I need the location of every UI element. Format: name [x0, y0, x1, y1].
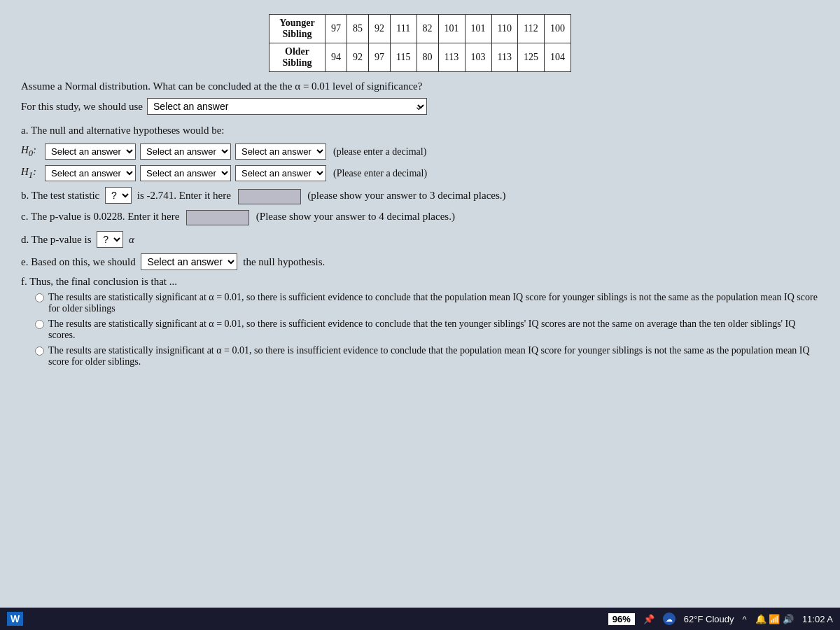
older-val-10: 104 — [544, 43, 570, 72]
older-val-3: 97 — [369, 43, 391, 72]
section-d-text-before: d. The p-value is — [21, 234, 92, 245]
h1-select-2[interactable]: Select an answer — [140, 165, 231, 181]
zoom-badge[interactable]: 96% — [608, 613, 635, 625]
radio-option-2[interactable]: The results are statistically significan… — [35, 318, 819, 341]
pvalue-comparison-select[interactable]: ? — [97, 231, 123, 248]
section-c-text-before: c. The p-value is 0.0228. Enter it here — [21, 211, 179, 222]
word-icon[interactable]: W — [7, 612, 23, 626]
younger-val-7: 101 — [465, 15, 491, 43]
taskbar: W 96% 📌 ☁ 62°F Cloudy ^ 🔔 📶 🔊 11:02 A — [0, 608, 840, 630]
section-e-text-after: the null hypothesis. — [243, 256, 325, 267]
pvalue-input[interactable] — [186, 210, 249, 225]
section-b-text-after: (please show your answer to 3 decimal pl… — [307, 190, 505, 201]
taskbar-left: W — [7, 612, 27, 626]
data-table: Younger Sibling 97 85 92 111 82 101 101 … — [269, 14, 571, 72]
time-display: 11:02 A — [802, 614, 833, 624]
h0-label: H0: — [21, 144, 41, 159]
weather-icon: ☁ — [663, 612, 676, 625]
pin-icon: 📌 — [643, 614, 654, 624]
section-e: e. Based on this, we should Select an an… — [21, 253, 819, 270]
younger-val-5: 82 — [416, 15, 438, 43]
radio-1-label: The results are statistically significan… — [48, 292, 819, 314]
section-d: d. The p-value is ? α — [21, 231, 819, 248]
radio-option-1[interactable]: The results are statistically significan… — [35, 292, 819, 314]
h0-subscript: 0 — [29, 148, 33, 158]
section-a-label: a. The null and alternative hypotheses w… — [21, 125, 819, 136]
older-sibling-label: Older Sibling — [270, 43, 326, 72]
section-e-text-before: e. Based on this, we should — [21, 256, 136, 267]
main-content: Younger Sibling 97 85 92 111 82 101 101 … — [0, 0, 840, 630]
younger-val-9: 112 — [517, 15, 544, 43]
assume-text: Assume a Normal distribution. What can b… — [21, 80, 819, 92]
weather-text: 62°F Cloudy — [684, 614, 734, 624]
radio-2[interactable] — [35, 320, 44, 329]
h1-select-3[interactable]: Select an answer — [235, 165, 326, 181]
null-hypothesis-action-select[interactable]: Select an answer — [141, 253, 237, 270]
study-line-prefix: For this study, we should use — [21, 101, 143, 113]
younger-val-4: 111 — [391, 15, 416, 43]
taskbar-right: 96% 📌 ☁ 62°F Cloudy ^ 🔔 📶 🔊 11:02 A — [608, 612, 833, 625]
notification-icons: 🔔 📶 🔊 — [755, 614, 794, 624]
section-b: b. The test statistic ? is -2.741. Enter… — [21, 187, 819, 204]
h1-decimal-note: (Please enter a decimal) — [333, 168, 427, 179]
study-select[interactable]: Select an answer — [147, 98, 427, 115]
younger-val-1: 97 — [326, 15, 347, 43]
younger-val-3: 92 — [369, 15, 391, 43]
younger-val-10: 100 — [544, 15, 570, 43]
section-b-text-before: b. The test statistic — [21, 190, 99, 201]
younger-val-6: 101 — [438, 15, 465, 43]
alpha-symbol: α — [129, 234, 134, 245]
older-val-9: 125 — [517, 43, 544, 72]
older-val-1: 94 — [326, 43, 347, 72]
radio-1[interactable] — [35, 293, 44, 302]
younger-sibling-label: Younger Sibling — [270, 15, 326, 43]
chevron-up-icon[interactable]: ^ — [743, 614, 747, 624]
section-f-label: f. Thus, the final conclusion is that ..… — [21, 276, 819, 288]
section-c: c. The p-value is 0.0228. Enter it here … — [21, 210, 819, 225]
section-c-text-after: (Please show your answer to 4 decimal pl… — [256, 211, 455, 222]
radio-3-label: The results are statistically insignific… — [48, 345, 819, 368]
older-val-2: 92 — [347, 43, 369, 72]
test-statistic-select[interactable]: ? — [105, 187, 132, 204]
older-val-4: 115 — [391, 43, 416, 72]
older-val-8: 113 — [491, 43, 517, 72]
older-val-5: 80 — [416, 43, 438, 72]
radio-3[interactable] — [35, 346, 44, 356]
h0-select-3[interactable]: Select an answer — [235, 144, 326, 160]
h0-select-1[interactable]: Select an answer — [45, 144, 136, 160]
h1-select-1[interactable]: Select an answer — [45, 165, 136, 181]
radio-option-3[interactable]: The results are statistically insignific… — [35, 345, 819, 368]
older-val-6: 113 — [438, 43, 465, 72]
older-val-7: 103 — [465, 43, 491, 72]
test-statistic-input[interactable] — [238, 189, 301, 204]
h1-subscript: 1 — [29, 170, 33, 180]
h0-select-2[interactable]: Select an answer — [140, 144, 231, 160]
section-b-text-middle: is -2.741. Enter it here — [137, 190, 231, 201]
study-line: For this study, we should use Select an … — [21, 98, 819, 115]
h0-decimal-note: (please enter a decimal) — [333, 146, 426, 158]
younger-val-8: 110 — [491, 15, 517, 43]
younger-val-2: 85 — [347, 15, 369, 43]
h1-row: H1: Select an answer Select an answer Se… — [21, 165, 819, 181]
h1-label: H1: — [21, 166, 41, 181]
h0-row: H0: Select an answer Select an answer Se… — [21, 144, 819, 160]
radio-2-label: The results are statistically significan… — [48, 318, 819, 341]
